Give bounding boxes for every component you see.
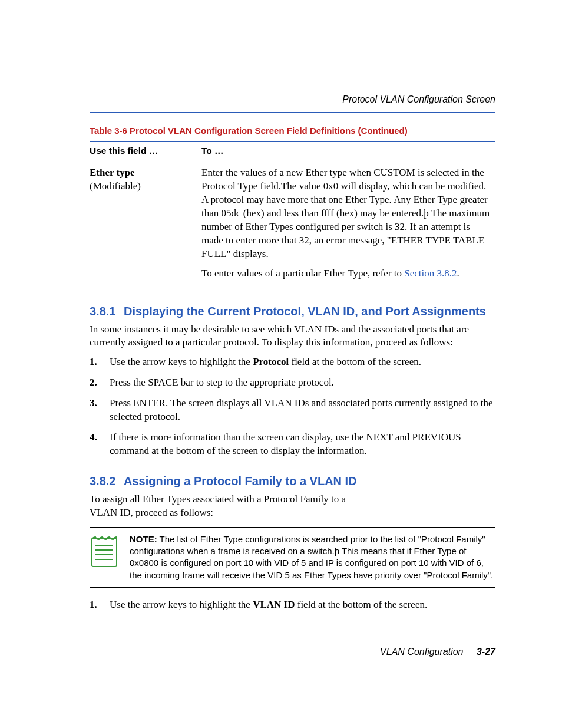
footer-chapter: VLAN Configuration: [380, 647, 463, 657]
xref-section-382[interactable]: Section 3.8.2: [404, 268, 457, 279]
section-382-intro: To assign all Ether Types associated wit…: [90, 493, 372, 520]
field-definitions-table: Use this field … To … Ether type (Modifi…: [90, 141, 495, 288]
section-382-steps: Use the arrow keys to highlight the VLAN…: [90, 598, 495, 612]
field-modifiable: (Modifiable): [90, 180, 141, 192]
note-body: The list of Ether Type configurations is…: [130, 534, 493, 580]
list-item: Use the arrow keys to highlight the Prot…: [90, 355, 495, 369]
step-text-post: field at the bottom of the screen.: [289, 356, 421, 367]
section-number: 3.8.2: [90, 475, 124, 488]
note-box: NOTE: The list of Ether Type configurati…: [90, 527, 495, 588]
list-item: Press the SPACE bar to step to the appro…: [90, 376, 495, 390]
list-item: If there is more information than the sc…: [90, 431, 495, 458]
col-header-to: To …: [201, 142, 495, 160]
section-381-intro: In some instances it may be desirable to…: [90, 323, 495, 350]
step-text-post: field at the bottom of the screen.: [295, 599, 427, 610]
section-title: Assigning a Protocol Family to a VLAN ID: [124, 475, 495, 488]
note-text: NOTE: The list of Ether Type configurati…: [130, 533, 495, 581]
note-lead: NOTE:: [130, 534, 157, 544]
table-header-row: Use this field … To …: [90, 142, 495, 160]
step-text-pre: Use the arrow keys to highlight the: [110, 599, 253, 610]
desc2-pre: To enter values of a particular Ether Ty…: [201, 268, 404, 279]
step-text-pre: Use the arrow keys to highlight the: [110, 356, 253, 367]
list-item: Use the arrow keys to highlight the VLAN…: [90, 598, 495, 612]
section-title: Displaying the Current Protocol, VLAN ID…: [124, 305, 495, 318]
description-cell: Enter the values of a new Ether type whe…: [201, 160, 495, 288]
table-caption: Table 3-6 Protocol VLAN Configuration Sc…: [90, 126, 495, 136]
heading-3-8-1: 3.8.1 Displaying the Current Protocol, V…: [90, 305, 495, 318]
col-header-field: Use this field …: [90, 142, 201, 160]
list-item: Press ENTER. The screen displays all VLA…: [90, 397, 495, 424]
svg-rect-0: [92, 538, 117, 566]
heading-3-8-2: 3.8.2 Assigning a Protocol Family to a V…: [90, 475, 495, 488]
page-footer: VLAN Configuration 3-27: [380, 647, 495, 657]
desc2-post: .: [457, 268, 459, 279]
description-para-2: To enter values of a particular Ether Ty…: [201, 267, 491, 281]
description-para-1: Enter the values of a new Ether type whe…: [201, 166, 491, 261]
footer-page-number: 3-27: [477, 647, 495, 657]
note-icon: [90, 533, 119, 569]
step-text-bold: Protocol: [253, 356, 289, 367]
section-381-steps: Use the arrow keys to highlight the Prot…: [90, 355, 495, 458]
header-rule: [90, 112, 495, 113]
field-name: Ether type: [90, 167, 135, 178]
field-cell: Ether type (Modifiable): [90, 160, 201, 288]
section-number: 3.8.1: [90, 305, 124, 318]
running-header: Protocol VLAN Configuration Screen: [342, 94, 495, 105]
table-row: Ether type (Modifiable) Enter the values…: [90, 160, 495, 288]
step-text-bold: VLAN ID: [253, 599, 295, 610]
